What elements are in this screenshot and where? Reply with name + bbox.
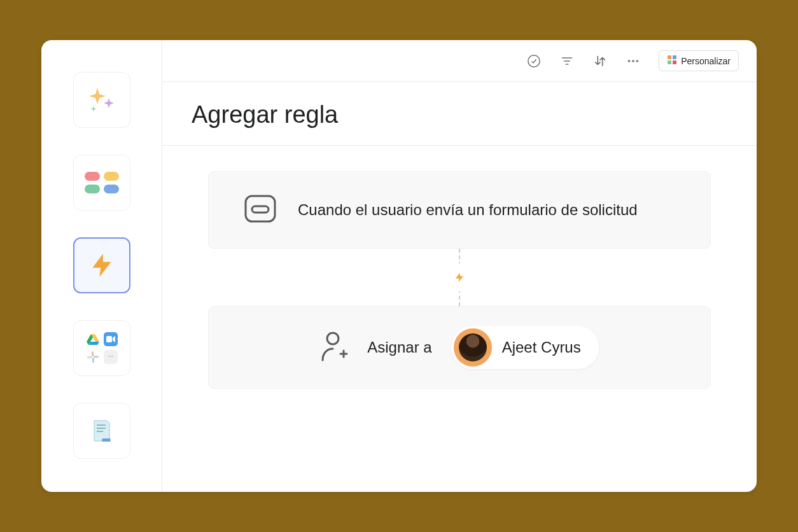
svg-marker-2 <box>88 342 99 345</box>
svg-rect-24 <box>673 55 676 59</box>
rule-builder: Cuando el usuario envía un formulario de… <box>162 146 757 492</box>
svg-point-20 <box>628 60 631 62</box>
svg-rect-7 <box>92 358 94 363</box>
svg-rect-26 <box>673 60 676 64</box>
svg-rect-6 <box>94 356 99 358</box>
sidebar <box>41 40 162 492</box>
sidebar-item-rules[interactable] <box>73 237 130 293</box>
svg-point-10 <box>110 356 111 357</box>
more-icon[interactable] <box>626 53 641 69</box>
form-icon <box>244 195 276 225</box>
svg-rect-27 <box>246 196 275 221</box>
svg-rect-13 <box>97 428 106 429</box>
widgets-icon <box>85 172 119 193</box>
svg-rect-25 <box>668 60 671 64</box>
assignee-pill[interactable]: Ajeet Cyrus <box>451 326 599 369</box>
page-title: Agregar regla <box>192 101 727 129</box>
toolbar: Personalizar <box>162 40 757 82</box>
sidebar-item-apps[interactable] <box>73 320 130 376</box>
trigger-text: Cuando el usuario envía un formulario de… <box>298 201 638 219</box>
chat-icon <box>104 350 118 364</box>
assignee-name: Ajeet Cyrus <box>502 339 581 356</box>
svg-point-29 <box>327 333 339 344</box>
assign-person-icon <box>320 331 348 364</box>
sidebar-item-ai[interactable] <box>73 72 130 128</box>
svg-point-11 <box>112 356 113 357</box>
svg-rect-8 <box>87 356 92 358</box>
connector <box>208 249 711 306</box>
grid-color-icon <box>667 55 677 67</box>
connector-badge <box>449 267 470 288</box>
apps-icon <box>86 332 118 364</box>
svg-point-21 <box>632 60 634 62</box>
svg-marker-4 <box>113 336 115 342</box>
avatar <box>454 328 492 367</box>
customize-button[interactable]: Personalizar <box>659 50 739 71</box>
sidebar-item-template[interactable] <box>73 403 130 459</box>
svg-point-16 <box>528 55 540 66</box>
svg-rect-12 <box>97 424 106 426</box>
lightning-icon <box>88 251 116 279</box>
svg-rect-15 <box>102 438 111 442</box>
drive-icon <box>86 332 100 346</box>
svg-rect-28 <box>252 206 269 213</box>
document-icon <box>88 417 116 445</box>
slack-icon <box>86 350 100 364</box>
svg-rect-5 <box>92 351 94 356</box>
action-label: Asignar a <box>367 339 431 356</box>
sort-icon[interactable] <box>592 53 608 69</box>
sidebar-item-widgets[interactable] <box>73 155 130 211</box>
video-icon <box>104 332 118 346</box>
page-header: Agregar regla <box>162 82 757 146</box>
app-window: Personalizar Agregar regla Cuando el usu… <box>41 40 757 492</box>
trigger-card[interactable]: Cuando el usuario envía un formulario de… <box>208 171 711 249</box>
check-circle-icon[interactable] <box>526 53 542 69</box>
action-card[interactable]: Asignar a Ajeet Cyrus <box>208 306 711 389</box>
customize-label: Personalizar <box>681 56 731 66</box>
main-area: Personalizar Agregar regla Cuando el usu… <box>162 40 757 492</box>
svg-point-22 <box>636 60 639 62</box>
sparkles-icon <box>86 84 118 116</box>
svg-rect-23 <box>668 55 671 59</box>
svg-point-9 <box>108 356 109 357</box>
svg-rect-14 <box>97 431 103 432</box>
svg-rect-3 <box>106 336 112 342</box>
lightning-small-icon <box>454 272 465 283</box>
filter-icon[interactable] <box>559 53 575 69</box>
